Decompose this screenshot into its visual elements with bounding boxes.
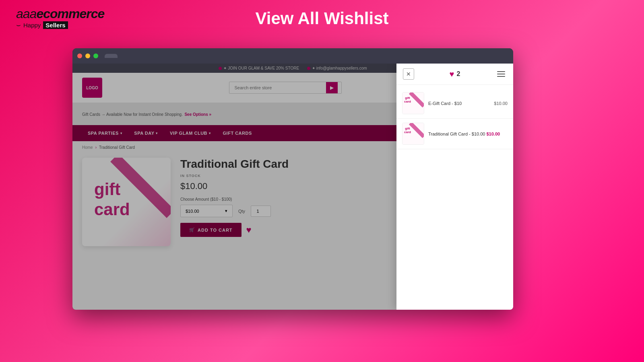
menu-line-3 [497,76,505,77]
wishlist-item-2-price-red: $10.00 [487,132,500,136]
amount-chevron-icon: ▾ [225,208,227,214]
nav-item-spa-day[interactable]: SPA DAY ▾ [128,125,163,141]
brand-happy-label: Happy [23,22,41,29]
add-to-cart-button[interactable]: 🛒 ADD TO CART [180,223,242,237]
menu-line-2 [497,74,505,74]
promo-text: Gift Cards → Available Now for Instant O… [82,112,183,117]
wishlist-item-2-name: Traditional Gift Card - $10.00 $10.00 [428,132,508,136]
product-wishlist-button[interactable]: ♥ [246,225,252,235]
wishlist-item-1-info: E-Gift Card - $10 [428,101,490,106]
breadcrumb-separator: › [95,145,97,150]
browser-close-btn[interactable] [77,53,82,58]
wishlist-item-2-info: Traditional Gift Card - $10.00 $10.00 [428,132,508,136]
wishlist-header: ✕ ♥ 2 [396,64,513,85]
qty-input[interactable] [251,206,271,217]
wishlist-item-1-image: giftcard [402,92,424,114]
brand-sellers-label: Sellers [43,21,68,29]
topbar-item-1: ✦ JOIN OUR GLAM & SAVE 20% STORE [219,66,299,70]
gift-word-gift: gift [94,180,120,199]
wishlist-item: giftcard Traditional Gift Card - $10.00 … [396,119,513,149]
page-title: View All Wishlist [255,9,388,28]
brand-tagline: ⌣ Happy Sellers [16,21,104,29]
nav-spa-day-chevron: ▾ [156,132,158,135]
nav-vip-glam-chevron: ▾ [209,132,211,135]
browser-maximize-btn[interactable] [93,53,98,58]
amount-select[interactable]: $10.00 ▾ [180,205,233,217]
menu-line-1 [497,71,505,72]
wishlist-item-1-name: E-Gift Card - $10 [428,101,490,106]
wishlist-close-button[interactable]: ✕ [403,68,414,80]
wishlist-item-1-text: giftcard [404,97,411,104]
wishlist-item-2-text: giftcard [404,127,411,134]
topbar-dot-1 [219,67,222,70]
nav-spa-day-label: SPA DAY [134,131,154,136]
wishlist-count-number: 2 [456,70,460,78]
wishlist-items-list: giftcard E-Gift Card - $10 $10.00 [396,85,513,310]
wishlist-item: giftcard E-Gift Card - $10 $10.00 [396,88,513,119]
gift-word-card: card [94,200,130,219]
store-logo: LOGO [82,78,130,98]
nav-vip-glam-label: VIP GLAM CLUB [170,131,207,136]
store-logo-img: LOGO [82,78,102,98]
search-input[interactable] [229,82,326,93]
search-button[interactable]: ▶ [326,82,338,93]
wishlist-panel: ✕ ♥ 2 [396,64,513,310]
breadcrumb-home[interactable]: Home [82,145,93,150]
nav-item-vip-glam[interactable]: VIP GLAM CLUB ▾ [164,125,217,141]
topbar-text-1: ✦ JOIN OUR GLAM & SAVE 20% STORE [223,66,299,70]
browser-content: ✦ JOIN OUR GLAM & SAVE 20% STORE ✦ info@… [72,64,513,310]
topbar-text-2: ✦ info@glamhappysellers.com [312,66,367,70]
wishlist-item-1-price: $10.00 [494,101,508,106]
nav-item-spa-parties[interactable]: SPA PARTIES ▾ [82,125,128,141]
browser-window: ✦ JOIN OUR GLAM & SAVE 20% STORE ✦ info@… [72,48,513,310]
breadcrumb-current: Traditional Gift Card [99,145,135,150]
close-icon: ✕ [406,71,411,77]
wishlist-count: ♥ 2 [450,70,460,79]
brand-name: aaaecommerce [16,7,104,20]
wishlist-item-2-image: giftcard [402,123,424,145]
browser-tab[interactable] [105,54,118,58]
add-to-cart-label: ADD TO CART [198,228,233,232]
qty-label: Qty [238,209,245,214]
browser-chrome [72,48,513,64]
cart-btn-icon: 🛒 [189,227,195,232]
search-bar[interactable]: ▶ [229,82,342,94]
wishlist-heart-icon: ♥ [450,70,454,79]
promo-text-area: Gift Cards → Available Now for Instant O… [82,110,211,117]
nav-item-gift-cards[interactable]: GIFT CARDS [217,125,258,141]
product-image: gift card [82,158,171,246]
nav-spa-parties-chevron: ▾ [120,132,122,135]
nav-spa-parties-label: SPA PARTIES [88,131,119,136]
gift-card-visual: gift card [82,158,171,246]
wishlist-menu-button[interactable] [495,68,507,80]
topbar-dot-2 [307,67,310,70]
brand-arrow-icon: ⌣ [16,21,21,29]
nav-gift-cards-label: GIFT CARDS [223,131,252,136]
brand-logo: aaaecommerce ⌣ Happy Sellers [16,7,104,29]
browser-minimize-btn[interactable] [85,53,90,58]
topbar-item-2: ✦ info@glamhappysellers.com [307,66,367,70]
promo-link[interactable]: See Options » [184,112,211,117]
amount-value: $10.00 [186,209,199,214]
top-brand-bar: aaaecommerce ⌣ Happy Sellers View All Wi… [0,0,644,37]
